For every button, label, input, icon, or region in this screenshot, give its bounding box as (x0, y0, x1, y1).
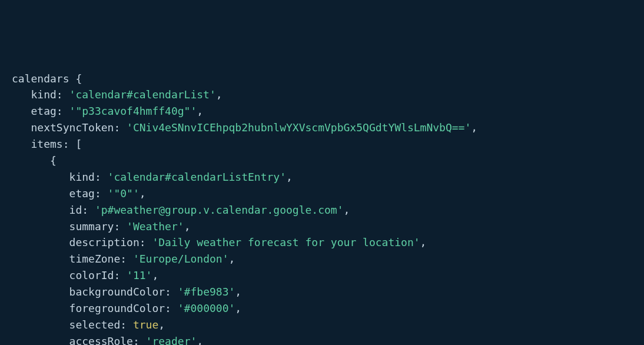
item-val-id: 'p#weather@group.v.calendar.google.com' (95, 204, 344, 216)
key-nextsynctoken: nextSyncToken: (31, 121, 121, 134)
item-key-summary: summary: (69, 220, 121, 233)
item-key-id: id: (69, 204, 89, 216)
item-val-accessrole: 'reader' (146, 335, 197, 345)
item-key-kind: kind: (69, 171, 101, 183)
item-val-etag: '"0"' (108, 187, 140, 200)
console-output: calendars { kind: 'calendar#calendarList… (12, 71, 632, 345)
item-key-etag: etag: (69, 187, 101, 200)
key-kind: kind: (31, 88, 63, 101)
item-val-backgroundcolor: '#fbe983' (178, 286, 235, 298)
item-key-foregroundcolor: foregroundColor: (69, 302, 171, 314)
val-kind: 'calendar#calendarList' (69, 88, 216, 101)
item-key-description: description: (69, 236, 146, 248)
val-nextsynctoken: 'CNiv4eSNnvICEhpqb2hubnlwYXVscmVpbGx5QGd… (127, 121, 471, 134)
root-name: calendars (12, 72, 69, 85)
item-val-colorid: '11' (127, 269, 152, 281)
item-val-foregroundcolor: '#000000' (178, 302, 235, 314)
brace-open: { (69, 72, 82, 85)
key-items: items: (31, 138, 69, 150)
item-key-colorid: colorId: (69, 269, 121, 281)
item-val-timezone: 'Europe/London' (133, 253, 229, 265)
item-key-selected: selected: (69, 319, 127, 331)
item-key-timezone: timeZone: (69, 253, 127, 265)
key-etag: etag: (31, 105, 63, 117)
item-key-backgroundcolor: backgroundColor: (69, 286, 171, 298)
item-val-kind: 'calendar#calendarListEntry' (108, 171, 286, 183)
val-etag: '"p33cavof4hmff40g"' (69, 105, 197, 117)
bracket-open: [ (69, 138, 82, 150)
item-val-description: 'Daily weather forecast for your locatio… (152, 236, 420, 248)
item-val-selected: true (133, 319, 158, 331)
item-brace-open: { (50, 154, 57, 167)
item-key-accessrole: accessRole: (69, 335, 140, 345)
item-val-summary: 'Weather' (127, 220, 184, 233)
